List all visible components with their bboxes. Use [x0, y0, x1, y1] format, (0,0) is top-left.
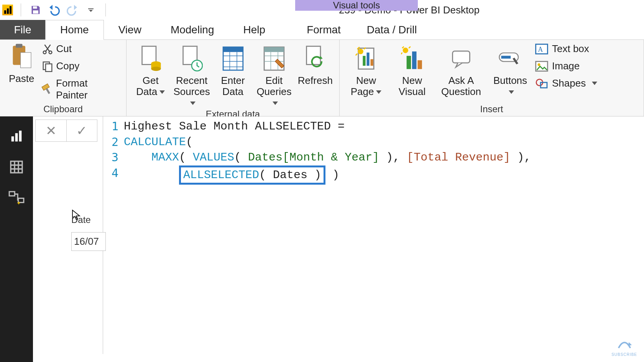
clipboard-group-label: Clipboard: [5, 103, 121, 115]
copy-button[interactable]: Copy: [42, 60, 121, 72]
svg-rect-3: [16, 44, 23, 48]
svg-point-14: [151, 67, 161, 71]
tab-help[interactable]: Help: [229, 20, 280, 39]
text-box-button[interactable]: A Text box: [535, 43, 597, 55]
svg-rect-4: [21, 52, 31, 68]
cut-button[interactable]: Cut: [42, 43, 121, 55]
contextual-tab-visual-tools: Visual tools: [295, 0, 418, 11]
paste-button[interactable]: Paste: [5, 42, 38, 85]
slicer-start-date[interactable]: 16/07: [71, 232, 106, 251]
dropdown-caret-icon: [376, 90, 381, 94]
svg-rect-29: [412, 51, 416, 69]
redo-button[interactable]: [66, 3, 79, 17]
svg-rect-31: [453, 51, 470, 63]
save-button[interactable]: [29, 3, 43, 17]
title-bar: Visual tools 239 - Demo - Power BI Deskt…: [0, 0, 644, 20]
image-label: Image: [552, 60, 580, 72]
code-line-3: MAXX( VALUES( Dates[Month & Year] ), [To…: [124, 150, 531, 165]
svg-point-27: [403, 48, 408, 53]
svg-rect-9: [42, 84, 49, 90]
highlighted-expression: ALLSELECTED( Dates ): [179, 165, 325, 185]
enter-data-label: Enter Data: [214, 75, 251, 97]
get-data-button[interactable]: Get Data: [132, 42, 169, 97]
insert-group-label: Insert: [345, 103, 638, 115]
code-line-2: CALCULATE(: [124, 134, 193, 150]
ribbon-tabs: File Home View Modeling Help Format Data…: [0, 20, 644, 40]
tab-view[interactable]: View: [104, 20, 156, 39]
format-painter-button[interactable]: Format Painter: [42, 77, 121, 101]
tab-modeling[interactable]: Modeling: [156, 20, 229, 39]
qat-separator: [105, 3, 106, 16]
formula-area: ✕ ✓ 1 Highest Sale Month ALLSELECTED = 2…: [33, 116, 644, 354]
buttons-label: Buttons: [493, 75, 527, 86]
dropdown-caret-icon: [509, 90, 514, 94]
recent-sources-button[interactable]: Recent Sources: [173, 42, 210, 108]
svg-rect-33: [501, 56, 511, 59]
shapes-button[interactable]: Shapes: [535, 77, 597, 89]
ask-a-question-button[interactable]: Ask A Question: [437, 42, 485, 97]
svg-rect-25: [366, 52, 369, 66]
get-data-label: Get Data: [136, 75, 158, 97]
svg-rect-41: [15, 133, 18, 142]
cancel-formula-button[interactable]: ✕: [36, 120, 66, 141]
dropdown-caret-icon: [592, 82, 597, 85]
view-switcher: ✦: [0, 116, 33, 362]
date-slicer[interactable]: Date 16/07: [71, 215, 106, 251]
image-button[interactable]: Image: [535, 60, 597, 72]
line-number: 4: [107, 165, 118, 181]
svg-rect-1: [33, 10, 38, 13]
svg-rect-18: [223, 47, 243, 52]
ribbon-group-external-data: Get Data Recent Sources Enter Data Edit …: [127, 40, 340, 116]
new-page-button[interactable]: New Page: [345, 42, 387, 97]
svg-rect-44: [9, 192, 15, 196]
tab-format[interactable]: Format: [294, 20, 354, 39]
svg-point-37: [538, 63, 540, 66]
line-number: 2: [107, 134, 118, 150]
code-line-4: ALLSELECTED( Dates ) ): [124, 165, 339, 185]
svg-point-23: [358, 49, 363, 54]
tab-data-drill[interactable]: Data / Drill: [354, 20, 430, 39]
dax-editor[interactable]: 1 Highest Sale Month ALLSELECTED = 2 CAL…: [103, 116, 644, 354]
line-number: 1: [107, 119, 118, 134]
svg-rect-40: [12, 136, 14, 141]
copy-label: Copy: [56, 60, 80, 72]
qat-customize-button[interactable]: [84, 3, 98, 17]
undo-button[interactable]: [47, 3, 61, 17]
subscribe-watermark: SUBSCRIBE: [611, 335, 637, 357]
quick-access-toolbar: [0, 0, 109, 20]
svg-text:✦: ✦: [16, 200, 21, 205]
ask-a-question-label: Ask A Question: [437, 75, 485, 97]
svg-rect-20: [264, 47, 284, 52]
format-painter-label: Format Painter: [56, 77, 121, 101]
ribbon: Paste Cut Copy Format Painter Clipboard: [0, 40, 644, 116]
ribbon-group-insert: New Page New Visual Ask A Question Butto…: [340, 40, 644, 116]
line-number: 3: [107, 150, 118, 165]
svg-rect-0: [33, 7, 37, 9]
cut-label: Cut: [56, 43, 72, 55]
tab-file[interactable]: File: [0, 20, 45, 39]
svg-rect-21: [307, 46, 320, 65]
svg-point-6: [49, 51, 52, 54]
dropdown-caret-icon: [190, 102, 196, 105]
data-view-button[interactable]: [8, 159, 25, 175]
tab-home[interactable]: Home: [45, 20, 104, 40]
svg-rect-24: [363, 56, 365, 66]
commit-formula-button[interactable]: ✓: [66, 120, 97, 141]
new-visual-button[interactable]: New Visual: [391, 42, 433, 97]
new-page-label: New Page: [351, 75, 376, 97]
dropdown-caret-icon: [273, 102, 278, 105]
svg-text:A: A: [538, 46, 543, 53]
refresh-button[interactable]: Refresh: [297, 42, 334, 86]
edit-queries-button[interactable]: Edit Queries: [255, 42, 292, 108]
subscribe-label: SUBSCRIBE: [611, 352, 637, 357]
enter-data-button[interactable]: Enter Data: [214, 42, 251, 97]
qat-separator: [21, 3, 21, 16]
svg-rect-28: [407, 56, 411, 69]
buttons-button[interactable]: Buttons: [489, 42, 531, 97]
text-box-label: Text box: [552, 43, 589, 55]
report-view-button[interactable]: [8, 128, 25, 145]
shapes-label: Shapes: [552, 77, 586, 89]
model-view-button[interactable]: ✦: [8, 189, 25, 206]
edit-queries-label: Edit Queries: [256, 75, 291, 97]
ribbon-group-clipboard: Paste Cut Copy Format Painter Clipboard: [0, 40, 127, 116]
